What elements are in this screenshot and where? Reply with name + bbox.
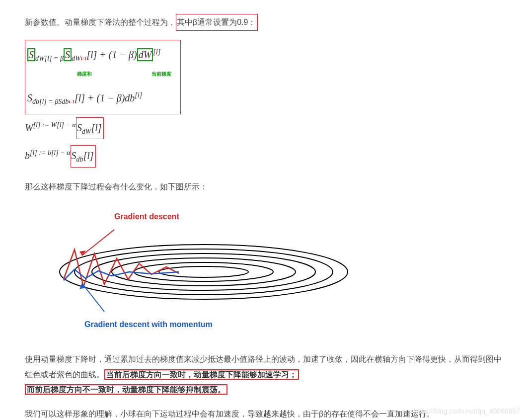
eq1-a: dW[l] = β (35, 55, 64, 62)
subscript-t-1: t-1 (81, 56, 87, 61)
green-label-1: 梯度和 (77, 71, 92, 77)
sdb-box: Sdb[l] (71, 145, 96, 168)
equation-sdb: Sdb[l] = βSdbt-1[l] + (1 − β)db[l] (27, 85, 171, 112)
svg-point-0 (60, 245, 348, 299)
beta-highlight: 其中β通常设置为0.9： (176, 14, 258, 31)
eq1-c: [l] + (1 − β) (86, 49, 137, 60)
equation-b-update: b[l] := b[l] − αSdb[l] (25, 142, 502, 170)
eq2-e: [l] (135, 91, 142, 99)
eq4-c: [l] − α (51, 150, 71, 157)
eq1-b: dW (72, 55, 81, 62)
momentum-equations-box: SdW[l] = βSdWt-1[l] + (1 − β)dW[l] 梯度和 当… (25, 40, 181, 114)
sdb-text: Sdb[l] (72, 150, 94, 161)
eq3-a: W (25, 122, 33, 133)
svg-point-4 (134, 262, 273, 281)
eq4-a: b (25, 150, 30, 161)
eq1-d: [l] (153, 49, 160, 56)
momentum-diagram: Gradient descent Gradient descent with m… (55, 209, 502, 332)
svg-point-1 (75, 249, 333, 295)
equation-w-update: W[l] := W[l] − αSdW[l] (25, 114, 502, 143)
svg-point-2 (92, 253, 315, 290)
eq2-c: db (62, 98, 69, 105)
sdw-box: SdW[l] (76, 117, 104, 140)
eq2-d: [l] + (1 − β)db (75, 92, 135, 103)
eq4-b: [l] := b (30, 150, 51, 157)
momentum-highlight-2: 而前后梯度方向不一致时，动量梯度下降能够抑制震荡。 (25, 384, 227, 395)
green-dW: dW (137, 48, 153, 61)
green-S2: S (64, 48, 72, 61)
svg-line-8 (82, 283, 104, 312)
contour-plot-icon (55, 225, 353, 314)
momentum-explain-paragraph: 使用动量梯度下降时，通过累加过去的梯度值来减少抵达最小值路径上的波动，加速了收敛… (25, 352, 502, 397)
diagram-intro: 那么这样梯度下降过程会有什么变化，如下图所示： (25, 179, 502, 194)
eq2-a: S (27, 92, 32, 103)
sdw-text: SdW[l] (77, 122, 102, 133)
eq3-c: [l] − α (57, 121, 76, 129)
intro-paragraph: 新参数值。动量梯度下降法的整个过程为，其中β通常设置为0.9： (25, 14, 502, 31)
equation-sdw: SdW[l] = βSdWt-1[l] + (1 − β)dW[l] 梯度和 当… (27, 42, 171, 85)
green-S1: S (27, 48, 35, 61)
intro-text-a: 新参数值。动量梯度下降法的整个过程为， (25, 18, 176, 26)
green-label-2: 当前梯度 (151, 71, 171, 77)
eq3-b: [l] := W (33, 121, 57, 129)
eq2-b: db[l] = βS (32, 98, 62, 105)
label-gradient-descent-momentum: Gradient descent with momentum (84, 317, 502, 332)
momentum-highlight-1: 当前后梯度方向一致时，动量梯度下降能够加速学习； (104, 369, 299, 380)
label-gradient-descent: Gradient descent (114, 209, 502, 224)
watermark: https://blog.csdn.net/qq_40066957 (413, 405, 520, 418)
subscript-t-1-b: t-1 (69, 99, 75, 104)
